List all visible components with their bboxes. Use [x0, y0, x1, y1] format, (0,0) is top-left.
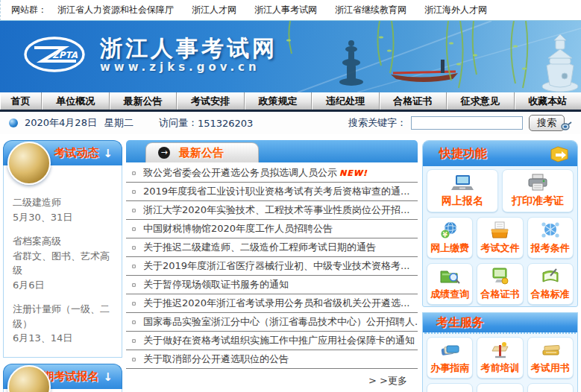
site-group-link-continuing-edu[interactable]: 浙江省继续教育网 — [335, 4, 406, 16]
nav-home[interactable]: 首页 — [0, 92, 42, 110]
search-keyword-label: 搜索关键字： — [348, 116, 406, 130]
announcement-item[interactable]: 浙江大学2020年实验技术、工程技术等事业性质岗位公开招... — [126, 201, 418, 220]
card-qualification-standard[interactable]: 合格标准 — [527, 263, 574, 305]
examinee-services-header: 考生服务 — [423, 313, 577, 334]
card-exam-documents[interactable]: 考试文件 — [477, 217, 523, 259]
card-service-cut-3[interactable] — [527, 383, 574, 392]
info-bar: 2020年4月28日 星期二 访问量： 151326203 搜索关键字： 搜索 — [0, 112, 581, 134]
banner-logo-row: ZPTA 浙江人事考试网 www.zjks.gov.cn — [22, 34, 277, 75]
chevron-down-icon[interactable]: ↓ — [103, 370, 113, 384]
site-group-label: 网站群： — [11, 4, 47, 16]
card-application-requirements[interactable]: 报考条件 — [527, 217, 574, 259]
search-button[interactable]: 搜索 — [529, 115, 565, 131]
search-input[interactable] — [411, 116, 523, 130]
card-print-admission-ticket[interactable]: 打印准考证 — [502, 169, 574, 212]
site-url: www.zjks.gov.cn — [100, 60, 277, 74]
card-pre-exam-training[interactable]: 考前培训 — [477, 337, 523, 379]
announcement-item[interactable]: 关于推迟二级建造师、二级造价工程师考试日期的通告 — [126, 238, 418, 257]
announcement-link[interactable]: 关于取消部分公开遴选职位的公告 — [143, 353, 289, 366]
announcement-link[interactable]: 致公党省委会公开遴选公务员拟选调人员公示 — [143, 166, 337, 180]
site-group-link-overseas-talent[interactable]: 浙江海外人才网 — [424, 4, 487, 16]
card-label: 合格标准 — [531, 288, 570, 301]
site-group-link-hr-bureau[interactable]: 浙江省人力资源和社会保障厅 — [57, 4, 174, 16]
announcement-item[interactable]: 国家毒品实验室浙江分中心（浙江省毒品技术中心）公开招聘人... — [126, 313, 418, 332]
announcement-link[interactable]: 关于推迟2020年浙江省考试录用公务员和省级机关公开遴选... — [143, 297, 409, 310]
announcement-item[interactable]: 致公党省委会公开遴选公务员拟选调人员公示 NEW! — [126, 164, 418, 183]
card-service-cut-1[interactable] — [427, 383, 473, 392]
announcement-link[interactable]: 国家毒品实验室浙江分中心（浙江省毒品技术中心）公开招聘人... — [143, 315, 418, 329]
quick-row-3: 成绩查询 合格证书 — [423, 260, 577, 306]
announcement-item[interactable]: 关于取消部分公开遴选职位的公告 — [126, 350, 418, 369]
announcement-item[interactable]: 关于推迟2020年浙江省考试录用公务员和省级机关公开遴选... — [126, 294, 418, 313]
books-icon — [540, 341, 561, 360]
nav-announcements[interactable]: 最新公告 — [110, 92, 177, 110]
announcement-link[interactable]: 中国财税博物馆2020年度工作人员招聘公告 — [143, 222, 333, 235]
bullet-icon — [132, 283, 136, 287]
card-service-guide[interactable]: 办事指南 — [427, 337, 473, 379]
announcement-link[interactable]: 2019年度我省工业设计职业资格考试有关考后资格审查的通... — [143, 185, 409, 198]
exam-entry-line: 6月13、14日 — [13, 331, 116, 346]
examinee-services-panel: 考生服务 办事指南 — [422, 312, 578, 392]
exam-news-body: 二级建造师 5月30、31日 省档案高级 省群文、图书、艺术高级 6月6日 注册… — [3, 165, 122, 358]
chevron-down-icon[interactable]: ↓ — [103, 147, 113, 160]
card-score-inquiry[interactable]: 成绩查询 — [427, 263, 473, 305]
site-group-link-exam-net[interactable]: 浙江人事考试网 — [254, 4, 317, 16]
computer-certificate-icon — [489, 267, 510, 286]
announcement-link[interactable]: 关于暂停现场领取证书服务的通知 — [143, 278, 289, 291]
quick-row-1: 网上报名 打印准考证 — [423, 166, 577, 214]
exam-entry-line: 翻译专业资格（一、二、三级） — [13, 355, 116, 358]
quick-functions-panel: 快捷功能 网上报名 — [422, 140, 578, 307]
services-row-2: ? — [423, 380, 577, 392]
announcement-link[interactable]: 关于推迟二级建造师、二级造价工程师考试日期的通告 — [143, 241, 376, 254]
card-online-payment[interactable]: ¥ 网上缴费 — [427, 217, 473, 259]
exam-entry[interactable]: 二级建造师 5月30、31日 — [13, 195, 116, 224]
announcements-tab[interactable]: → 最新公告 — [145, 142, 259, 162]
blue-dot-icon — [9, 118, 18, 127]
exam-entry[interactable]: 省档案高级 省群文、图书、艺术高级 6月6日 — [13, 234, 116, 292]
more-link[interactable]: > >更多 — [126, 369, 418, 388]
nav-bookmark[interactable]: 收藏本站 — [515, 92, 581, 110]
card-label: 网上报名 — [442, 195, 483, 208]
announcement-item[interactable]: 中国财税博物馆2020年度工作人员招聘公告 — [126, 220, 418, 238]
laptop-icon — [450, 174, 475, 193]
exam-entry-line: 二级建造师 — [13, 195, 116, 210]
folder-arrow-icon — [549, 144, 570, 163]
exam-entry[interactable]: 翻译专业资格（一、二、三级） 社会工作者职业资格 — [13, 355, 116, 358]
card-exam-books[interactable]: 考试用书 — [527, 337, 574, 379]
site-group-link-talent-net[interactable]: 浙江人才网 — [192, 4, 236, 16]
left-sidebar: 考试动态 ↓ 二级建造师 5月30、31日 省档案高级 省群文、图书、艺术高级 … — [3, 140, 122, 392]
zpta-logo: ZPTA — [22, 34, 87, 75]
new-badge: NEW! — [339, 168, 368, 178]
announcement-link[interactable]: 关于2019年度浙江省医疗器械行业初、中级专业技术资格考... — [143, 259, 409, 273]
folder-search-icon — [439, 267, 460, 286]
current-weekday: 星期二 — [104, 116, 134, 130]
announcement-item[interactable]: 2019年度我省工业设计职业资格考试有关考后资格审查的通... — [126, 183, 418, 201]
announcement-item[interactable]: 关于做好在资格考试组织实施工作中推广应用社会保障卡的通知 — [126, 332, 418, 350]
announcement-link[interactable]: 关于做好在资格考试组织实施工作中推广应用社会保障卡的通知 — [143, 334, 415, 347]
nav-about[interactable]: 单位概况 — [42, 92, 109, 110]
bullet-icon — [132, 302, 136, 306]
card-qualified-certificate[interactable]: 合格证书 — [477, 263, 523, 305]
site-group-bar: 网站群： 浙江省人力资源和社会保障厅 浙江人才网 浙江人事考试网 浙江省继续教育… — [0, 0, 581, 21]
card-label: 合格证书 — [480, 288, 519, 301]
announcement-item[interactable]: 关于2019年度浙江省医疗器械行业初、中级专业技术资格考... — [126, 257, 418, 276]
right-sidebar: 快捷功能 网上报名 — [422, 140, 578, 392]
exam-entry[interactable]: 注册计量师（一级、二级） 6月13、14日 — [13, 302, 116, 346]
card-label: 网上缴费 — [430, 241, 469, 255]
current-date: 2020年4月28日 — [25, 116, 97, 130]
card-label: 考试文件 — [480, 241, 519, 255]
bullet-icon — [132, 320, 136, 324]
main-nav: 首页 单位概况 最新公告 考试安排 政策规定 违纪处理 合格证书 征求意见 收藏… — [0, 92, 581, 112]
site-banner: ZPTA 浙江人事考试网 www.zjks.gov.cn — [0, 21, 581, 92]
announcement-item[interactable]: 关于暂停现场领取证书服务的通知 — [126, 276, 418, 294]
nav-certificates[interactable]: 合格证书 — [380, 92, 447, 110]
card-label: 成绩查询 — [430, 288, 469, 301]
card-service-cut-2[interactable]: ? — [477, 383, 523, 392]
card-online-registration[interactable]: 网上报名 — [427, 169, 498, 212]
nav-feedback[interactable]: 征求意见 — [447, 92, 514, 110]
document-box-icon — [489, 221, 510, 240]
nav-violations[interactable]: 违纪处理 — [312, 92, 379, 110]
nav-exam-schedule[interactable]: 考试安排 — [177, 92, 244, 110]
announcement-link[interactable]: 浙江大学2020年实验技术、工程技术等事业性质岗位公开招... — [143, 203, 409, 217]
nav-policies[interactable]: 政策规定 — [245, 92, 312, 110]
